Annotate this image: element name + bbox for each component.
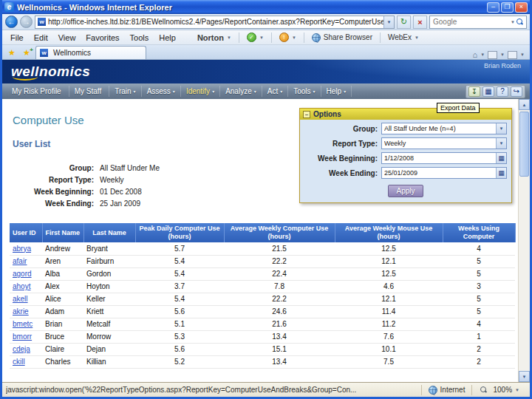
- user-id-link[interactable]: akell: [10, 293, 42, 305]
- nav-item[interactable]: Assess ▾: [142, 86, 181, 97]
- zoom-control[interactable]: 100% ▼: [471, 385, 526, 395]
- first-name-cell: Alex: [42, 280, 83, 293]
- url-input[interactable]: [48, 18, 383, 26]
- scrollbar-thumb[interactable]: [519, 112, 529, 177]
- user-id-link[interactable]: akrie: [10, 305, 42, 318]
- print-icon[interactable]: ▦: [482, 86, 494, 97]
- apply-button[interactable]: Apply: [388, 185, 423, 197]
- column-header: First Name: [42, 223, 83, 242]
- nav-item[interactable]: Act ▾: [262, 86, 288, 97]
- avg-weekly-mouse-use-cell: 12.5: [335, 267, 443, 280]
- week-beginning-input[interactable]: 1/12/2008 ▦: [381, 152, 507, 164]
- vertical-scrollbar[interactable]: ▲ ▼: [518, 99, 530, 382]
- chevron-down-icon[interactable]: ▼: [292, 35, 296, 40]
- chevron-down-icon[interactable]: ▼: [415, 35, 419, 40]
- export-data-icon[interactable]: ↧: [468, 86, 480, 97]
- first-name-cell: Aren: [42, 255, 83, 267]
- avg-weekly-computer-use-cell: 13.4: [224, 355, 335, 368]
- scroll-up-icon[interactable]: ▲: [519, 99, 530, 110]
- refresh-button[interactable]: ↻: [397, 16, 411, 29]
- user-id-link[interactable]: ahoyt: [10, 280, 42, 293]
- last-name-cell: Metcalf: [83, 318, 135, 330]
- options-title: Options: [313, 110, 341, 118]
- peak-daily-use-cell: 5.2: [135, 355, 224, 368]
- menu-item[interactable]: Favorites: [81, 32, 124, 44]
- user-id-link[interactable]: cdeja: [10, 343, 42, 355]
- calendar-icon[interactable]: ▦: [496, 153, 506, 163]
- user-id-link[interactable]: abrya: [10, 242, 42, 255]
- chevron-down-icon[interactable]: ▼: [515, 388, 519, 392]
- user-id-link[interactable]: ckill: [10, 355, 42, 368]
- identity-safe-icon[interactable]: !: [279, 33, 289, 42]
- avg-weekly-computer-use-cell: 22.2: [224, 255, 335, 267]
- share-browser-button[interactable]: Share Browser: [324, 33, 372, 41]
- menu-item[interactable]: Tools: [125, 32, 154, 44]
- favorites-star-icon[interactable]: ★: [4, 47, 19, 59]
- tab-wellnomics[interactable]: w Wellnomics: [35, 46, 146, 59]
- nav-item[interactable]: Analyze ▾: [220, 86, 262, 97]
- back-button[interactable]: ←: [5, 16, 18, 28]
- browser-window: e Wellnomics - Windows Internet Explorer…: [0, 0, 532, 399]
- scroll-down-icon[interactable]: ▼: [519, 371, 530, 382]
- column-header: User ID: [10, 223, 42, 242]
- chevron-down-icon[interactable]: ▼: [496, 123, 506, 134]
- column-header: Peak Daily Computer Use (hours): [135, 223, 224, 242]
- nav-item[interactable]: My Risk Profile: [7, 86, 69, 97]
- help-icon[interactable]: ?: [497, 86, 508, 97]
- avg-weekly-mouse-use-cell: 11.4: [335, 305, 443, 318]
- report-type-select[interactable]: Weekly ▼: [381, 137, 507, 149]
- safe-web-check-icon[interactable]: ✓: [247, 33, 256, 42]
- menu-item[interactable]: File: [5, 32, 29, 44]
- menu-item[interactable]: Help: [154, 32, 181, 44]
- print-icon[interactable]: [508, 51, 517, 59]
- feeds-icon[interactable]: [488, 51, 497, 59]
- avg-weekly-mouse-use-cell: 7.6: [335, 330, 443, 343]
- search-dropdown-icon[interactable]: ▼: [511, 20, 515, 24]
- logged-in-user: Brian Roden: [484, 60, 521, 69]
- nav-item[interactable]: Train ▾: [109, 86, 141, 97]
- export-data-tooltip[interactable]: Export Data: [437, 103, 480, 113]
- menu-item[interactable]: View: [53, 32, 81, 44]
- minimize-button[interactable]: –: [487, 2, 499, 13]
- search-box[interactable]: ▼: [429, 16, 527, 29]
- nav-item[interactable]: Help ▾: [321, 86, 352, 97]
- home-icon[interactable]: ⌂: [472, 50, 477, 59]
- address-field[interactable]: w ▼: [35, 16, 395, 29]
- title-bar: e Wellnomics - Windows Internet Explorer…: [2, 0, 530, 14]
- nav-item[interactable]: My Staff: [69, 86, 110, 97]
- collapse-icon[interactable]: –: [303, 111, 310, 118]
- security-zone: Internet: [421, 385, 472, 395]
- user-id-link[interactable]: agord: [10, 267, 42, 280]
- forward-button[interactable]: →: [20, 16, 33, 28]
- search-icon[interactable]: [516, 18, 523, 25]
- avg-weekly-computer-use-cell: 7.8: [224, 280, 335, 293]
- calendar-icon[interactable]: ▦: [496, 168, 506, 178]
- user-id-link[interactable]: bmetc: [10, 318, 42, 330]
- add-favorite-icon[interactable]: ★+: [19, 47, 34, 59]
- report-parameters: Group: All Staff Under Me Report Type: W…: [13, 164, 160, 211]
- nav-item[interactable]: Tools ▾: [288, 86, 321, 97]
- address-dropdown-button[interactable]: ▼: [383, 16, 394, 28]
- table-row: cdeja Claire Dejan 5.6 15.1 10.1 2: [10, 343, 515, 355]
- webex-button[interactable]: WebEx: [388, 33, 412, 41]
- table-row: bmorr Bruce Morrow 5.3 13.4 7.6 1: [10, 330, 515, 343]
- user-list-table: User IDFirst NameLast NamePeak Daily Com…: [10, 223, 516, 369]
- nav-item[interactable]: Identify ▾: [181, 86, 220, 97]
- peak-daily-use-cell: 5.7: [135, 242, 224, 255]
- share-browser-icon: [312, 33, 321, 42]
- chevron-down-icon[interactable]: ▼: [227, 35, 231, 40]
- close-button[interactable]: ×: [515, 2, 528, 13]
- chevron-down-icon[interactable]: ▼: [259, 35, 264, 40]
- week-ending-input[interactable]: 25/01/2009 ▦: [381, 167, 507, 179]
- user-id-link[interactable]: afair: [10, 255, 42, 267]
- maximize-button[interactable]: ❐: [501, 2, 514, 13]
- menu-item[interactable]: Edit: [29, 32, 53, 44]
- chevron-down-icon[interactable]: ▼: [496, 138, 506, 149]
- search-input[interactable]: [433, 18, 511, 26]
- wellnomics-logo: wellnomics: [11, 64, 90, 80]
- norton-brand[interactable]: Norton: [197, 33, 224, 42]
- group-select[interactable]: All Staff Under Me (n=4) ▼: [381, 123, 507, 134]
- user-id-link[interactable]: bmorr: [10, 330, 42, 343]
- stop-button[interactable]: ×: [413, 16, 427, 29]
- logout-icon[interactable]: ↪: [511, 86, 522, 97]
